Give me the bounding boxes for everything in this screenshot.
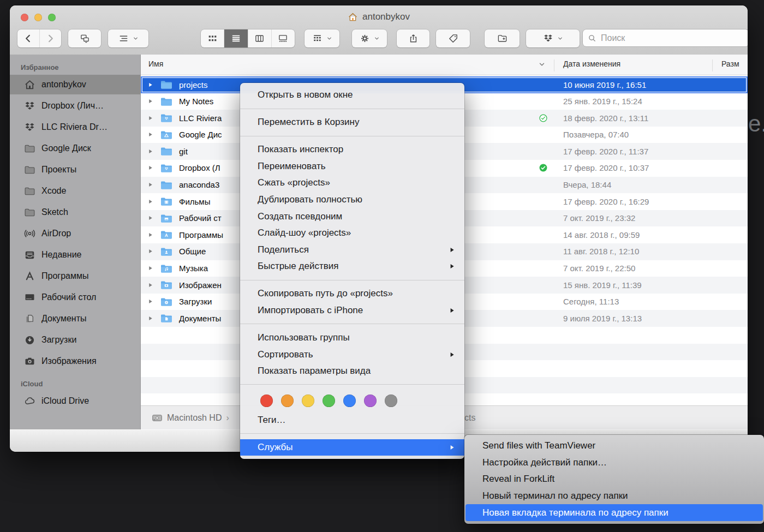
column-divider[interactable]	[554, 59, 554, 71]
search-input[interactable]	[600, 33, 744, 44]
group-button[interactable]	[305, 29, 339, 47]
column-header-size[interactable]: Разм	[721, 59, 739, 68]
menu-item-label: Импортировать с iPhone	[258, 305, 363, 316]
window-title-area: antonbykov	[10, 11, 748, 22]
gallery-view-button[interactable]	[272, 29, 295, 47]
sidebar-item-недавние[interactable]: Недавние	[10, 245, 140, 265]
menu-item-теги[interactable]: Теги…	[240, 412, 464, 429]
search-field[interactable]	[583, 29, 748, 46]
submenu-item-reveal-in-forklift[interactable]: Reveal in ForkLift	[464, 471, 764, 488]
displays-button[interactable]	[68, 29, 101, 47]
folder-music-icon	[160, 264, 172, 273]
icon-view-button[interactable]	[201, 29, 224, 47]
submenu-item-label: Новая вкладка терминала по адресу папки	[482, 507, 668, 518]
file-date: 10 июня 2019 г., 16:51	[563, 80, 646, 89]
menu-item-скопировать-путь-до-projects[interactable]: Скопировать путь до «projects»	[240, 285, 464, 302]
menu-item-переместить-в-корзину[interactable]: Переместить в Корзину	[240, 114, 464, 131]
menu-item-создать-псевдоним[interactable]: Создать псевдоним	[240, 208, 464, 225]
folder-icon	[160, 147, 172, 156]
submenu-item-send-files-with-teamviewer[interactable]: Send files with TeamViewer	[464, 438, 764, 455]
services-submenu: Send files with TeamViewerНастройка дейс…	[464, 435, 764, 524]
menu-item-импортировать-с-iphone[interactable]: Импортировать с iPhone	[240, 302, 464, 319]
triangle-icon	[147, 81, 154, 88]
sidebar-item-antonbykov[interactable]: antonbykov	[10, 75, 140, 94]
sidebar-item-icloud-drive[interactable]: iCloud Drive	[10, 391, 140, 411]
menu-item-сортировать[interactable]: Сортировать	[240, 346, 464, 363]
sidebar-item-загрузки[interactable]: Загрузки	[10, 330, 140, 350]
menu-item-label: Поделиться	[258, 244, 309, 255]
tag-color-blue[interactable]	[343, 394, 356, 407]
menu-item-слайд-шоу-projects[interactable]: Слайд-шоу «projects»	[240, 225, 464, 242]
action-button[interactable]	[352, 29, 387, 47]
menu-item-службы[interactable]: Службы	[240, 439, 464, 456]
forward-button[interactable]	[40, 29, 62, 47]
new-folder-button[interactable]	[485, 29, 520, 47]
tag-color-yellow[interactable]	[302, 394, 314, 407]
tag-color-orange[interactable]	[281, 394, 294, 407]
sidebar-item-проекты[interactable]: Проекты	[10, 160, 140, 180]
tag-color-gray[interactable]	[385, 394, 397, 407]
menu-item-показать-параметры-вида[interactable]: Показать параметры вида	[240, 363, 464, 380]
sidebar-item-label: Dropbox (Лич…	[41, 101, 104, 111]
list-arrange-icon	[118, 33, 129, 44]
chevron-left-icon	[23, 33, 33, 44]
sidebar-item-изображения[interactable]: Изображения	[10, 351, 140, 371]
menu-item-показать-инспектор[interactable]: Показать инспектор	[240, 141, 464, 158]
search-icon	[588, 34, 596, 43]
folder-downloads-icon	[160, 297, 172, 307]
sidebar-item-sketch[interactable]: Sketch	[10, 202, 140, 222]
tag-color-green[interactable]	[323, 394, 335, 407]
menu-item-поделиться[interactable]: Поделиться	[240, 242, 464, 259]
pathbar-item-device[interactable]: Macintosh HD	[167, 413, 222, 423]
file-date: 9 июля 2019 г., 13:13	[563, 314, 642, 323]
back-button[interactable]	[17, 29, 40, 47]
menu-item-label: Показать инспектор	[258, 144, 343, 155]
file-date: 17 февр. 2020 г., 11:37	[563, 147, 648, 156]
menu-item-дублировать-полностью[interactable]: Дублировать полностью	[240, 192, 464, 208]
list-view-button[interactable]	[224, 29, 248, 47]
pictures-sb-icon	[24, 356, 35, 367]
sidebar-item-программы[interactable]: Программы	[10, 266, 140, 286]
submenu-item-новая-вкладка-терминала-по-адресу-папки[interactable]: Новая вкладка терминала по адресу папки	[465, 504, 763, 521]
column-header-name[interactable]: Имя	[148, 59, 163, 68]
sort-chevron-icon[interactable]	[538, 61, 546, 68]
submenu-item-настройка-действий-папки[interactable]: Настройка действий папки…	[464, 455, 764, 471]
menu-separator	[240, 379, 464, 390]
submenu-item-новый-терминал-по-адресу-папки[interactable]: Новый терминал по адресу папки	[464, 488, 764, 505]
folder-dropbox-icon	[160, 113, 172, 123]
titlebar[interactable]: antonbykov	[10, 5, 748, 55]
file-date: Сегодня, 11:13	[563, 297, 619, 306]
column-view-button[interactable]	[248, 29, 272, 47]
tags-button[interactable]	[436, 29, 470, 47]
sidebar-item-llc-riviera-dr[interactable]: LLC Riviera Dr…	[10, 117, 140, 137]
column-headers: Имя Дата изменения Разм	[141, 55, 748, 75]
sidebar-item-google-диск[interactable]: Google Диск	[10, 139, 140, 158]
back-forward-button[interactable]	[17, 29, 61, 47]
triangle-icon	[147, 265, 154, 272]
menu-item-сжать-projects[interactable]: Сжать «projects»	[240, 175, 464, 192]
dropbox-button[interactable]	[526, 29, 580, 47]
file-date: 11 авг. 2018 г., 12:10	[563, 247, 639, 256]
sidebar-item-dropbox-лич[interactable]: Dropbox (Лич…	[10, 96, 140, 116]
share-button[interactable]	[397, 29, 429, 47]
file-name: Фильмы	[179, 197, 210, 206]
tag-color-purple[interactable]	[364, 394, 377, 407]
column-header-date[interactable]: Дата изменения	[563, 59, 620, 68]
triangle-icon	[147, 282, 154, 289]
sidebar-item-xcode[interactable]: Xcode	[10, 181, 140, 201]
menu-item-использовать-группы[interactable]: Использовать группы	[240, 330, 464, 346]
menu-item-быстрые-действия[interactable]: Быстрые действия	[240, 258, 464, 275]
menu-item-переименовать[interactable]: Переименовать	[240, 158, 464, 175]
file-date: 15 янв. 2019 г., 11:39	[563, 280, 642, 290]
column-divider[interactable]	[712, 59, 713, 71]
arrange-button[interactable]	[108, 29, 148, 47]
pathbar-item-current[interactable]: cts	[464, 413, 475, 423]
folder-sb-icon	[24, 207, 35, 218]
views-button[interactable]	[201, 29, 295, 47]
file-date: 25 янв. 2019 г., 15:24	[563, 97, 642, 106]
sidebar-item-документы[interactable]: Документы	[10, 309, 140, 328]
sidebar-item-рабочий-стол[interactable]: Рабочий стол	[10, 288, 140, 307]
tag-color-red[interactable]	[260, 394, 273, 407]
menu-item-открыть-в-новом-окне[interactable]: Открыть в новом окне	[240, 87, 464, 104]
sidebar-item-airdrop[interactable]: AirDrop	[10, 224, 140, 243]
